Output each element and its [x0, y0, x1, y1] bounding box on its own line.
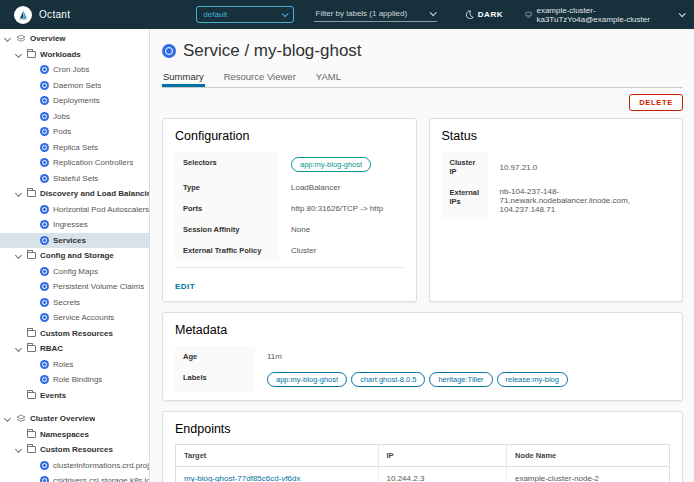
- selector-tag[interactable]: app:my-blog-ghost: [291, 157, 371, 172]
- sidebar-item-label: Persistent Volume Claims: [53, 282, 144, 291]
- sidebar-item-label: Overview: [30, 34, 66, 43]
- sidebar-item-ingresses[interactable]: Ingresses: [0, 217, 149, 233]
- chevron-expand-icon[interactable]: [15, 345, 22, 352]
- sidebar-item-label: Config Maps: [53, 267, 98, 276]
- chevron-expand-icon[interactable]: [15, 252, 22, 259]
- chevron-expand-icon[interactable]: [15, 446, 22, 453]
- resource-icon: [40, 313, 49, 322]
- folder-icon: [27, 446, 36, 453]
- sidebar-item-discovery-and-load-balancing[interactable]: Discovery and Load Balancing: [0, 186, 149, 202]
- sidebar-item-custom-resources[interactable]: Custom Resources: [0, 326, 149, 342]
- endpoint-node-name: example-cluster-node-2: [506, 467, 669, 482]
- status-label: Cluster IP: [442, 152, 488, 182]
- sidebar-item-cluster-custom-resources[interactable]: Custom Resources: [0, 442, 149, 458]
- layers-icon: [16, 34, 26, 44]
- cluster-context-label: example-cluster-ka3TuTzYo4a@example-clus…: [536, 6, 675, 24]
- status-card-title: Status: [442, 129, 671, 143]
- metadata-age-value: 11m: [255, 346, 670, 367]
- delete-button[interactable]: DELETE: [629, 94, 683, 111]
- page-actions: DELETE: [162, 94, 683, 111]
- tab-bar: Summary Resource Viewer YAML: [162, 69, 683, 88]
- sidebar-item-deployments[interactable]: Deployments: [0, 93, 149, 109]
- sidebar-item-stateful-sets[interactable]: Stateful Sets: [0, 171, 149, 187]
- resource-icon: [40, 375, 49, 384]
- sidebar-item-label: csidrivers.csi.storage.k8s.io: [53, 476, 149, 482]
- resource-icon: [40, 143, 49, 152]
- config-row-selectors: Selectors app:my-blog-ghost: [175, 152, 404, 177]
- sidebar-item-horizontal-pod-autoscalers[interactable]: Horizontal Pod Autoscalers: [0, 202, 149, 218]
- sidebar-item-events[interactable]: Events: [0, 388, 149, 404]
- page-title: Service / my-blog-ghost: [162, 41, 683, 61]
- sidebar-item-cron-jobs[interactable]: Cron Jobs: [0, 62, 149, 78]
- sidebar-item-overview[interactable]: Overview: [0, 31, 149, 47]
- folder-icon: [27, 392, 36, 399]
- status-row-external-ips: External IPs nb-104-237-148-71.newark.no…: [442, 182, 671, 219]
- sidebar-item-csidrivers[interactable]: csidrivers.csi.storage.k8s.io: [0, 473, 149, 482]
- metadata-row-age: Age 11m: [175, 346, 670, 367]
- sidebar-item-config-and-storage[interactable]: Config and Storage: [0, 248, 149, 264]
- resource-icon: [40, 81, 49, 90]
- resource-icon: [40, 360, 49, 369]
- sidebar-item-cluster-overview[interactable]: Cluster Overview: [0, 411, 149, 427]
- sidebar-item-label: Namespaces: [40, 430, 89, 439]
- sidebar-item-label: Daemon Sets: [53, 81, 101, 90]
- sidebar-item-pods[interactable]: Pods: [0, 124, 149, 140]
- chevron-expand-icon[interactable]: [15, 190, 22, 197]
- label-tag[interactable]: chart:ghost-8.0.5: [351, 372, 425, 387]
- sidebar-item-persistent-volume-claims[interactable]: Persistent Volume Claims: [0, 279, 149, 295]
- resource-icon: [40, 298, 49, 307]
- sidebar-item-daemon-sets[interactable]: Daemon Sets: [0, 78, 149, 94]
- chevron-expand-icon[interactable]: [15, 51, 22, 58]
- sidebar-item-jobs[interactable]: Jobs: [0, 109, 149, 125]
- sidebar-item-label: Cron Jobs: [53, 65, 89, 74]
- edit-link[interactable]: EDIT: [175, 282, 195, 291]
- sidebar-item-config-maps[interactable]: Config Maps: [0, 264, 149, 280]
- config-label: Session Affinity: [175, 219, 279, 240]
- status-value: nb-104-237-148-71.newark.nodebalancer.li…: [488, 182, 671, 219]
- theme-toggle-label: DARK: [478, 10, 504, 19]
- label-filter-input[interactable]: Filter by labels (1 applied): [314, 7, 437, 22]
- label-tag[interactable]: heritage:Tiller: [429, 372, 492, 387]
- tab-yaml[interactable]: YAML: [315, 69, 342, 87]
- sidebar-item-roles[interactable]: Roles: [0, 357, 149, 373]
- config-row-session-affinity: Session Affinity None: [175, 219, 404, 240]
- sidebar-item-workloads[interactable]: Workloads: [0, 47, 149, 63]
- tab-summary[interactable]: Summary: [162, 69, 205, 87]
- sidebar-item-label: Config and Storage: [40, 251, 114, 260]
- sidebar-item-label: RBAC: [40, 344, 63, 353]
- cluster-context-menu[interactable]: example-cluster-ka3TuTzYo4a@example-clus…: [525, 6, 684, 24]
- sidebar-item-role-bindings[interactable]: Role Bindings: [0, 372, 149, 388]
- endpoint-target-link[interactable]: my-blog-ghost-77df85c6cd-vf6dx: [184, 474, 301, 482]
- sidebar-item-namespaces[interactable]: Namespaces: [0, 427, 149, 443]
- chevron-expand-icon[interactable]: [4, 35, 11, 42]
- sidebar-item-replica-sets[interactable]: Replica Sets: [0, 140, 149, 156]
- config-value: LoadBalancer: [279, 177, 404, 198]
- sidebar-item-label: Jobs: [53, 112, 70, 121]
- sidebar-item-clusterinformations[interactable]: clusterinformations.crd.projec: [0, 458, 149, 474]
- config-value: None: [279, 219, 404, 240]
- sidebar-item-services[interactable]: Services: [0, 233, 149, 249]
- folder-icon: [27, 330, 36, 337]
- moon-icon: [465, 10, 474, 19]
- sidebar-item-label: Ingresses: [53, 220, 88, 229]
- sidebar-item-label: Cluster Overview: [30, 414, 95, 423]
- sidebar-item-replication-controllers[interactable]: Replication Controllers: [0, 155, 149, 171]
- status-row-cluster-ip: Cluster IP 10.97.21.0: [442, 152, 671, 182]
- sidebar-item-service-accounts[interactable]: Service Accounts: [0, 310, 149, 326]
- namespace-select[interactable]: default: [196, 6, 293, 23]
- sidebar-item-secrets[interactable]: Secrets: [0, 295, 149, 311]
- sidebar-item-rbac[interactable]: RBAC: [0, 341, 149, 357]
- metadata-card-title: Metadata: [175, 323, 670, 337]
- octant-app: Octant default Filter by labels (1 appli…: [0, 0, 694, 482]
- dark-theme-toggle[interactable]: DARK: [465, 10, 504, 19]
- chevron-expand-icon[interactable]: [4, 415, 11, 422]
- resource-icon: [40, 112, 49, 121]
- tab-resource-viewer[interactable]: Resource Viewer: [223, 69, 297, 87]
- sidebar-item-label: Replica Sets: [53, 143, 98, 152]
- label-tag[interactable]: release:my-blog: [497, 372, 568, 387]
- chevron-down-icon: [429, 9, 436, 16]
- status-card: Status Cluster IP 10.97.21.0 External IP…: [429, 118, 684, 302]
- label-tag[interactable]: app:my-blog-ghost: [267, 372, 347, 387]
- config-value: http 80:31626/TCP -> http: [279, 198, 404, 219]
- resource-icon: [40, 158, 49, 167]
